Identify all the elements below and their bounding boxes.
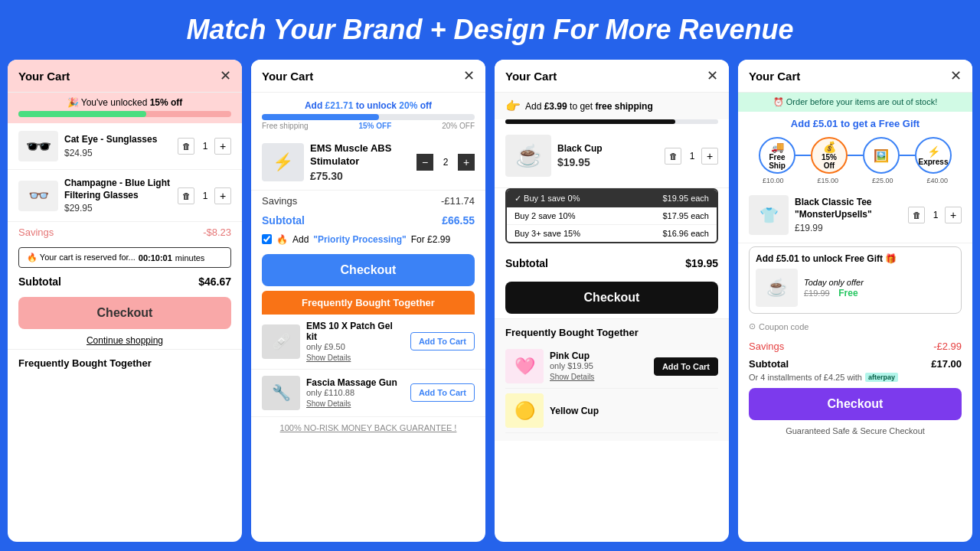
item-name-1: Cat Eye - Sunglasses <box>64 134 172 146</box>
fbt-add-to-cart-2[interactable]: Add To Cart <box>410 383 475 402</box>
panel4-free-gift-box: Add £5.01 to unlock Free Gift 🎁 ☕ Today … <box>749 246 962 314</box>
item-details-shirt: Black Classic Tee "MonsterUpsells" £19.9… <box>789 197 908 233</box>
prog-circle-1: 🚚 FreeShip <box>759 137 795 174</box>
panel1-checkout-button[interactable]: Checkout <box>18 297 231 329</box>
vd-row-1: Buy 2 save 10% $17.95 each <box>507 207 717 225</box>
panel4-savings-row: Savings -£2.99 <box>738 336 972 357</box>
panel4-free-gift-title: Add £5.01 to unlock Free Gift 🎁 <box>756 253 955 264</box>
fbt-item-price-pink-cup: only $19.95 <box>550 361 648 370</box>
trash-button-1[interactable]: 🗑 <box>178 138 194 155</box>
panel-4: Your Cart ✕ ⏰ Order before your items ar… <box>738 60 972 542</box>
free-gift-old-price: £19.99 <box>804 289 830 298</box>
free-gift-item: ☕ Today only offer £19.99 Free <box>756 269 955 307</box>
panel3-title: Your Cart <box>505 70 557 83</box>
volume-discount-box: ✓ Buy 1 save 0% $19.95 each Buy 2 save 1… <box>505 188 718 243</box>
panel1-reserved-banner: 🔥 Your cart is reserved for... 00:10:01 … <box>18 247 231 268</box>
table-row: ☕ Black Cup $19.95 🗑 1 + <box>495 124 729 188</box>
free-gift-image: ☕ <box>756 269 798 307</box>
prog-circle-3: 🖼️ <box>863 137 900 174</box>
qty-plus-cup[interactable]: + <box>701 148 718 165</box>
panel2-progress-section: Add £21.71 to unlock 20% off Free shippi… <box>251 93 485 135</box>
item-name-2: Champagne - Blue Light Filtering Glasses <box>64 178 172 201</box>
fbt-item-img-2: 🔧 <box>262 376 300 410</box>
qty-plus-shirt[interactable]: + <box>945 207 962 223</box>
panel1-continue-shopping[interactable]: Continue shopping <box>8 332 242 349</box>
qty-control-cup: 🗑 1 + <box>665 148 718 165</box>
qty-value-1: 1 <box>199 141 211 152</box>
item-image-sunglasses: 🕶️ <box>18 131 58 161</box>
qty-plus-1[interactable]: + <box>214 138 231 155</box>
item-price-ems: £75.30 <box>310 170 410 182</box>
fbt-show-pink-cup[interactable]: Show Details <box>550 373 594 381</box>
fbt-show-details-1[interactable]: Show Details <box>306 354 351 362</box>
prog-line-1 <box>795 155 811 156</box>
vd-header-label: ✓ Buy 1 save 0% <box>514 194 580 204</box>
panel2-subtotal-row: Subtotal £66.55 <box>251 211 485 230</box>
fbt-item-img-1: 🩹 <box>262 324 300 359</box>
fbt-item-name-pink-cup: Pink Cup <box>550 350 648 361</box>
qty-plus-ems[interactable]: + <box>458 154 475 171</box>
panel3-fbt-title: Frequently Bought Together <box>505 327 718 338</box>
qty-control-shirt: 🗑 1 + <box>908 207 962 223</box>
vd-header-price: $19.95 each <box>662 194 709 204</box>
panel-2: Your Cart ✕ Add £21.71 to unlock 20% off… <box>251 60 485 542</box>
panel1-title: Your Cart <box>18 70 70 83</box>
header: Match Your Brand + Design For More Reven… <box>0 0 980 60</box>
afterpay-badge: afterpay <box>865 373 898 382</box>
vd-row-2: Buy 3+ save 15% $16.96 each <box>507 225 717 242</box>
panel4-close-button[interactable]: ✕ <box>950 67 962 84</box>
panel2-checkout-button[interactable]: Checkout <box>262 254 475 286</box>
qty-value-ems: 2 <box>439 157 452 168</box>
qty-value-2: 1 <box>199 191 211 201</box>
panel3-fbt-section: Frequently Bought Together 🩷 Pink Cup on… <box>495 318 729 441</box>
panel3-scroll: ☕ Black Cup $19.95 🗑 1 + ✓ Buy 1 save 0%… <box>495 124 729 542</box>
table-row: 🕶️ Cat Eye - Sunglasses $24.95 🗑 1 + <box>8 123 242 170</box>
qty-plus-2[interactable]: + <box>214 187 231 204</box>
qty-minus-ems[interactable]: − <box>416 154 433 171</box>
panel4-checkout-button[interactable]: Checkout <box>749 388 962 420</box>
item-details-ems: EMS Muscle ABS Stimulator £75.30 <box>304 142 416 182</box>
panel3-close-button[interactable]: ✕ <box>707 67 718 84</box>
prog-circle-2: 💰 15%Off <box>811 137 848 174</box>
list-item: 🩷 Pink Cup only $19.95 Show Details Add … <box>505 344 718 389</box>
item-name-shirt: Black Classic Tee "MonsterUpsells" <box>795 197 902 220</box>
panels-row: Your Cart ✕ 🎉 You've unlocked 15% off 🕶️… <box>0 60 980 549</box>
prog-circle-4: ⚡ Express <box>915 137 952 174</box>
panel1-close-button[interactable]: ✕ <box>220 67 231 84</box>
panel2-progress-fill <box>262 114 379 120</box>
panel3-checkout-button[interactable]: Checkout <box>505 282 718 314</box>
panel2-progress-labels: Free shipping 15% OFF 20% OFF <box>262 122 475 130</box>
item-name-cup: Black Cup <box>557 143 658 155</box>
panel2-progress-bg <box>262 114 475 120</box>
trash-button-2[interactable]: 🗑 <box>178 187 194 204</box>
panel1-header: Your Cart ✕ <box>8 60 242 93</box>
trash-button-cup[interactable]: 🗑 <box>665 148 681 165</box>
fbt-item-details-pink-cup: Pink Cup only $19.95 Show Details <box>544 350 654 382</box>
fbt-item-details-1: EMS 10 X Patch Gel kit only £9.50 Show D… <box>300 321 410 363</box>
panel4-installment-row: Or 4 installments of £4.25 with afterpay <box>738 371 972 383</box>
trash-button-shirt[interactable]: 🗑 <box>908 207 925 223</box>
panel4-title: Your Cart <box>749 70 800 83</box>
fbt-item-name-1: EMS 10 X Patch Gel kit <box>306 321 404 342</box>
panel4-guaranteed-text: Guaranteed Safe & Secure Checkout <box>738 423 972 439</box>
panel3-header: Your Cart ✕ <box>495 60 729 93</box>
panel4-coupon-label: ⊙ Coupon code <box>749 321 962 331</box>
priority-checkbox[interactable] <box>262 234 272 244</box>
panel2-scroll: ⚡ EMS Muscle ABS Stimulator £75.30 − 2 +… <box>251 135 485 542</box>
fbt-add-pink-cup[interactable]: Add To Cart <box>654 357 718 376</box>
panel4-subtotal-row: Subtotal £17.00 <box>738 357 972 371</box>
panel1-fbt-title: Frequently Bought Together <box>18 357 231 369</box>
item-price-shirt: £19.99 <box>795 223 902 233</box>
fbt-show-details-2[interactable]: Show Details <box>306 399 351 408</box>
panel-3: Your Cart ✕ 👉 Add £3.99 to get free ship… <box>495 60 729 542</box>
panel4-free-gift-banner: Add £5.01 to get a Free Gift <box>738 112 972 132</box>
hand-icon: 👉 <box>505 99 521 113</box>
panel2-close-button[interactable]: ✕ <box>463 67 475 84</box>
panel4-order-banner: ⏰ Order before your items are out of sto… <box>738 93 972 112</box>
fbt-add-to-cart-1[interactable]: Add To Cart <box>410 332 475 350</box>
item-image-ems: ⚡ <box>262 143 304 181</box>
free-gift-new-price: Free <box>838 288 858 298</box>
panel2-savings-row: Savings -£11.74 <box>251 191 485 211</box>
item-image-cup: ☕ <box>505 135 551 177</box>
panel1-savings-row: Savings -$8.23 <box>8 222 242 243</box>
